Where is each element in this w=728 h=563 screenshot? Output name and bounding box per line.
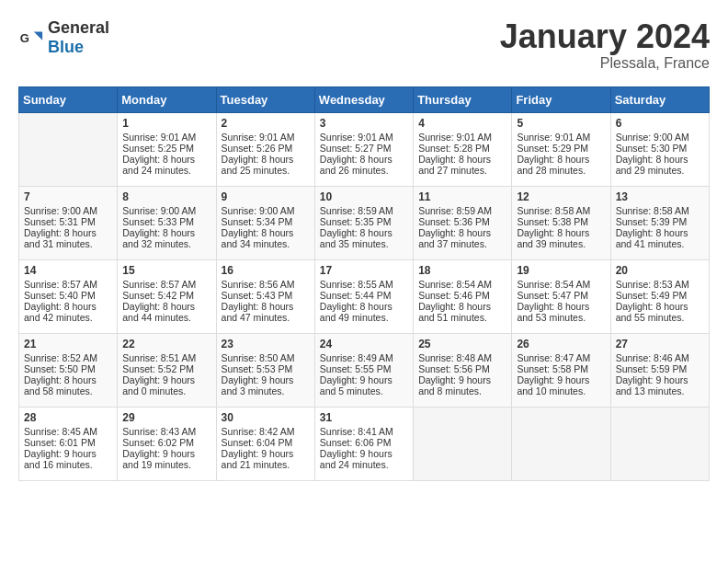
sunrise-text: Sunrise: 9:01 AM <box>222 132 310 143</box>
sunrise-text: Sunrise: 8:52 AM <box>24 352 112 363</box>
col-sunday: Sunday <box>19 86 118 112</box>
day-number: 23 <box>222 338 310 350</box>
calendar-cell: 23 Sunrise: 8:50 AM Sunset: 5:53 PM Dayl… <box>216 333 314 407</box>
sunset-text: Sunset: 5:42 PM <box>122 290 210 301</box>
calendar-week-row: 21 Sunrise: 8:52 AM Sunset: 5:50 PM Dayl… <box>19 333 710 407</box>
sunset-text: Sunset: 6:01 PM <box>24 437 112 448</box>
title-block: January 2024 Plessala, France <box>500 18 710 72</box>
daylight-label: Daylight: 8 hours and 41 minutes. <box>616 227 704 249</box>
col-saturday: Saturday <box>610 86 709 112</box>
daylight-label: Daylight: 8 hours and 24 minutes. <box>122 154 210 176</box>
sunrise-text: Sunrise: 8:57 AM <box>24 279 112 290</box>
day-number: 14 <box>24 264 112 277</box>
calendar-cell: 3 Sunrise: 9:01 AM Sunset: 5:27 PM Dayli… <box>314 112 413 186</box>
calendar-cell <box>610 407 709 480</box>
calendar-cell: 17 Sunrise: 8:55 AM Sunset: 5:44 PM Dayl… <box>314 259 413 333</box>
sunrise-text: Sunrise: 8:43 AM <box>122 426 210 437</box>
calendar-week-row: 14 Sunrise: 8:57 AM Sunset: 5:40 PM Dayl… <box>19 259 710 333</box>
day-number: 22 <box>122 338 210 350</box>
daylight-label: Daylight: 8 hours and 26 minutes. <box>320 154 408 176</box>
daylight-label: Daylight: 8 hours and 55 minutes. <box>616 301 704 323</box>
daylight-label: Daylight: 8 hours and 53 minutes. <box>517 301 605 323</box>
daylight-label: Daylight: 8 hours and 51 minutes. <box>418 301 506 323</box>
svg-marker-1 <box>34 31 42 40</box>
day-number: 24 <box>320 338 408 350</box>
day-number: 3 <box>320 117 408 130</box>
day-number: 27 <box>616 338 704 350</box>
calendar-cell: 29 Sunrise: 8:43 AM Sunset: 6:02 PM Dayl… <box>118 407 216 480</box>
calendar-cell: 6 Sunrise: 9:00 AM Sunset: 5:30 PM Dayli… <box>610 112 709 186</box>
day-number: 4 <box>418 117 506 130</box>
sunset-text: Sunset: 5:26 PM <box>222 143 310 154</box>
calendar-cell: 22 Sunrise: 8:51 AM Sunset: 5:52 PM Dayl… <box>118 333 216 407</box>
sunset-text: Sunset: 5:38 PM <box>517 216 605 227</box>
calendar-cell: 15 Sunrise: 8:57 AM Sunset: 5:42 PM Dayl… <box>118 259 216 333</box>
day-number: 30 <box>222 411 310 424</box>
daylight-label: Daylight: 9 hours and 8 minutes. <box>418 374 506 396</box>
calendar-cell: 13 Sunrise: 8:58 AM Sunset: 5:39 PM Dayl… <box>610 186 709 259</box>
sunrise-text: Sunrise: 8:45 AM <box>24 426 112 437</box>
sunrise-text: Sunrise: 8:49 AM <box>320 352 408 363</box>
location-subtitle: Plessala, France <box>500 55 710 72</box>
sunset-text: Sunset: 5:55 PM <box>320 363 408 374</box>
day-number: 13 <box>616 190 704 203</box>
calendar-week-row: 28 Sunrise: 8:45 AM Sunset: 6:01 PM Dayl… <box>19 407 710 480</box>
day-number: 11 <box>418 190 506 203</box>
calendar-cell: 14 Sunrise: 8:57 AM Sunset: 5:40 PM Dayl… <box>19 259 118 333</box>
sunset-text: Sunset: 5:29 PM <box>517 143 605 154</box>
day-number: 26 <box>517 338 605 350</box>
day-number: 17 <box>320 264 408 277</box>
daylight-label: Daylight: 9 hours and 21 minutes. <box>222 448 310 470</box>
sunset-text: Sunset: 5:35 PM <box>320 216 408 227</box>
sunrise-text: Sunrise: 9:00 AM <box>122 205 210 216</box>
sunset-text: Sunset: 5:44 PM <box>320 290 408 301</box>
sunset-text: Sunset: 5:31 PM <box>24 216 112 227</box>
calendar-cell: 11 Sunrise: 8:59 AM Sunset: 5:36 PM Dayl… <box>414 186 512 259</box>
daylight-label: Daylight: 8 hours and 27 minutes. <box>418 154 506 176</box>
daylight-label: Daylight: 8 hours and 49 minutes. <box>320 301 408 323</box>
calendar-cell: 2 Sunrise: 9:01 AM Sunset: 5:26 PM Dayli… <box>216 112 314 186</box>
sunrise-text: Sunrise: 8:56 AM <box>222 279 310 290</box>
header-row: Sunday Monday Tuesday Wednesday Thursday… <box>19 86 710 112</box>
daylight-label: Daylight: 9 hours and 5 minutes. <box>320 374 408 396</box>
daylight-label: Daylight: 8 hours and 34 minutes. <box>222 227 310 249</box>
sunrise-text: Sunrise: 8:54 AM <box>418 279 506 290</box>
daylight-label: Daylight: 8 hours and 28 minutes. <box>517 154 605 176</box>
calendar-cell: 1 Sunrise: 9:01 AM Sunset: 5:25 PM Dayli… <box>118 112 216 186</box>
sunrise-text: Sunrise: 8:46 AM <box>616 352 704 363</box>
calendar-cell: 19 Sunrise: 8:54 AM Sunset: 5:47 PM Dayl… <box>512 259 610 333</box>
sunset-text: Sunset: 5:59 PM <box>616 363 704 374</box>
daylight-label: Daylight: 8 hours and 29 minutes. <box>616 154 704 176</box>
sunrise-text: Sunrise: 9:00 AM <box>616 132 704 143</box>
daylight-label: Daylight: 9 hours and 10 minutes. <box>517 374 605 396</box>
sunrise-text: Sunrise: 9:00 AM <box>222 205 310 216</box>
day-number: 1 <box>122 117 210 130</box>
svg-text:G: G <box>20 31 29 45</box>
sunset-text: Sunset: 5:49 PM <box>616 290 704 301</box>
sunrise-text: Sunrise: 8:50 AM <box>222 352 310 363</box>
col-tuesday: Tuesday <box>216 86 314 112</box>
day-number: 28 <box>24 411 112 424</box>
page-header: G General Blue January 2024 Plessala, Fr… <box>18 18 710 72</box>
day-number: 10 <box>320 190 408 203</box>
logo-icon: G <box>18 25 44 51</box>
calendar-cell: 16 Sunrise: 8:56 AM Sunset: 5:43 PM Dayl… <box>216 259 314 333</box>
sunset-text: Sunset: 5:39 PM <box>616 216 704 227</box>
daylight-label: Daylight: 8 hours and 42 minutes. <box>24 301 112 323</box>
calendar-week-row: 7 Sunrise: 9:00 AM Sunset: 5:31 PM Dayli… <box>19 186 710 259</box>
daylight-label: Daylight: 9 hours and 3 minutes. <box>222 374 310 396</box>
calendar-cell: 10 Sunrise: 8:59 AM Sunset: 5:35 PM Dayl… <box>314 186 413 259</box>
day-number: 29 <box>122 411 210 424</box>
daylight-label: Daylight: 8 hours and 58 minutes. <box>24 374 112 396</box>
daylight-label: Daylight: 9 hours and 13 minutes. <box>616 374 704 396</box>
sunset-text: Sunset: 5:56 PM <box>418 363 506 374</box>
calendar-cell: 30 Sunrise: 8:42 AM Sunset: 6:04 PM Dayl… <box>216 407 314 480</box>
sunrise-text: Sunrise: 9:01 AM <box>122 132 210 143</box>
day-number: 12 <box>517 190 605 203</box>
sunrise-text: Sunrise: 9:01 AM <box>517 132 605 143</box>
daylight-label: Daylight: 9 hours and 16 minutes. <box>24 448 112 470</box>
sunset-text: Sunset: 5:28 PM <box>418 143 506 154</box>
sunrise-text: Sunrise: 8:54 AM <box>517 279 605 290</box>
sunset-text: Sunset: 5:47 PM <box>517 290 605 301</box>
sunset-text: Sunset: 5:36 PM <box>418 216 506 227</box>
